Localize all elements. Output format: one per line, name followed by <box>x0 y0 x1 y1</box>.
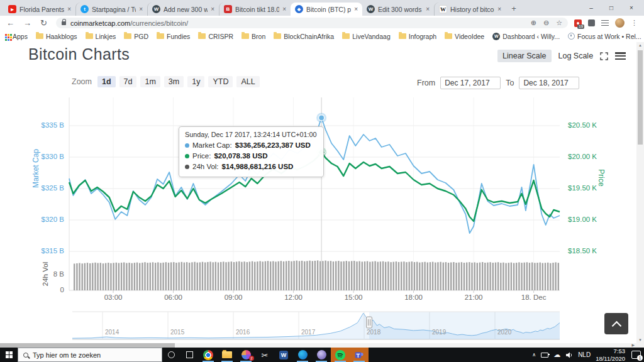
explorer-taskbar-icon[interactable] <box>218 348 236 362</box>
task-view-button[interactable] <box>180 348 199 362</box>
tab-4[interactable]: Bitcoin tikt 18.000 doll× <box>219 3 291 16</box>
folder-icon <box>342 33 350 39</box>
y-axis-label-volume: 0 <box>34 286 64 293</box>
close-button[interactable]: × <box>621 0 641 16</box>
tab-2[interactable]: Startpagina / Twitter× <box>75 3 147 16</box>
tab-close-icon[interactable]: × <box>211 6 214 13</box>
action-center-icon[interactable]: 1 <box>631 351 641 359</box>
bookmark-crispr[interactable]: CRISPR <box>198 33 233 40</box>
tab-7[interactable]: History of bitcoin - Wik× <box>434 3 506 16</box>
bookmark-blockchainafrika[interactable]: BlockChainAfrika <box>274 33 334 40</box>
tab-6[interactable]: Edit 300 words post ‹ V× <box>362 3 434 16</box>
bookmark-livevandaag[interactable]: LiveVandaag <box>342 33 391 40</box>
bookmark-infograph[interactable]: Infograph <box>399 33 436 40</box>
cortana-button[interactable] <box>162 348 180 362</box>
forward-button[interactable]: → <box>23 18 31 28</box>
colorful-taskbar-icon[interactable]: 2 <box>236 348 255 362</box>
bookmark-focus-at-work-rel-[interactable]: Focus at Work • Rel... <box>568 33 641 40</box>
bookmark-label: Dashboard ‹ Willy... <box>502 33 560 40</box>
vertical-scroll-thumb[interactable] <box>638 50 643 145</box>
y-axis-label-volume: 8 B <box>34 270 64 278</box>
word-taskbar-icon[interactable] <box>274 348 293 362</box>
language-indicator[interactable]: NLD <box>578 351 591 358</box>
reading-list-icon[interactable] <box>601 20 609 26</box>
bookmark-label: BlockChainAfrika <box>284 33 334 40</box>
x-axis-label: 21:00 <box>456 293 491 301</box>
extensions-puzzle-icon[interactable] <box>588 19 595 26</box>
bookmark-dashboard-willy-[interactable]: Dashboard ‹ Willy... <box>492 33 560 40</box>
bookmark-haakblogs[interactable]: Haakblogs <box>36 33 77 40</box>
speaker-icon[interactable] <box>565 352 573 358</box>
adblock-extension-icon[interactable]: 19 <box>574 19 582 27</box>
explorer-icon <box>222 351 232 358</box>
bookmark-apps[interactable]: Apps <box>5 33 28 40</box>
navigator-year-label: 2020 <box>497 329 511 336</box>
spotify-taskbar-icon[interactable] <box>331 348 350 362</box>
tab-close-icon[interactable]: × <box>497 6 501 13</box>
battery-icon[interactable] <box>541 353 548 358</box>
taskbar-search[interactable]: Typ hier om te zoeken <box>18 348 162 362</box>
tab-close-icon[interactable]: × <box>426 6 430 13</box>
teams-taskbar-icon[interactable] <box>350 348 369 362</box>
address-bar[interactable]: coinmarketcap.com/currencies/bitcoin/ ⊕ … <box>56 18 568 28</box>
edge-taskbar-icon[interactable] <box>293 348 312 362</box>
tab-close-icon[interactable]: × <box>67 6 71 13</box>
horizontal-scroll-thumb[interactable] <box>0 343 175 348</box>
y-axis-label-market-cap: $335 B <box>34 121 64 129</box>
navigator-handle[interactable] <box>366 317 372 328</box>
horizontal-scrollbar[interactable]: ▶ <box>0 343 636 348</box>
back-to-top-button[interactable] <box>604 313 628 334</box>
vertical-scrollbar[interactable]: ▲ ▼ <box>636 42 644 348</box>
scroll-right-icon[interactable]: ▶ <box>631 343 635 348</box>
tab-5[interactable]: Bitcoin (BTC) price, mar× <box>291 3 362 16</box>
chrome-taskbar-icon[interactable] <box>199 348 218 362</box>
price-chart[interactable]: $335 B$330 B$325 B$320 B$315 B$20.50 K$2… <box>0 42 644 348</box>
tab-close-icon[interactable]: × <box>139 6 143 13</box>
bookmark-bron[interactable]: Bron <box>242 33 265 40</box>
tab-3[interactable]: Add new 300 words po× <box>147 3 219 16</box>
y-axis-label-price: $20.00 K <box>568 153 597 160</box>
reload-button[interactable]: ↻ <box>40 18 47 28</box>
x-axis-label: 03:00 <box>96 293 131 301</box>
x-axis-label: 06:00 <box>156 293 191 301</box>
coinmarketcap-page: Bitcoin Charts Linear Scale Log Scale Zo… <box>0 42 644 348</box>
x-axis-label: 12:00 <box>276 293 311 301</box>
bookmark-label: VideoIdee <box>455 33 484 40</box>
onedrive-cloud-icon[interactable]: ☁ <box>553 351 560 358</box>
bookmark-star-icon[interactable]: ☆ <box>556 19 562 27</box>
window-controls: – □ × <box>581 0 641 16</box>
zoom-in-icon[interactable]: ⊕ <box>531 19 536 27</box>
profile-avatar[interactable] <box>615 18 625 28</box>
minimize-button[interactable]: – <box>581 0 601 16</box>
bookmark-label: Focus at Work • Rel... <box>577 33 641 40</box>
folder-icon <box>86 33 93 39</box>
hidden-icons-chevron[interactable]: ∧ <box>532 352 536 358</box>
torrent-taskbar-icon[interactable] <box>312 348 331 362</box>
bookmark-linkjes[interactable]: Linkjes <box>86 33 116 40</box>
cortana-icon <box>168 351 175 358</box>
start-button[interactable] <box>0 348 18 362</box>
navigator-year-label: 2015 <box>170 329 184 336</box>
new-tab-button[interactable]: + <box>506 2 522 15</box>
x-axis-label: 15:00 <box>336 293 371 301</box>
scroll-down-icon[interactable]: ▼ <box>636 338 644 342</box>
tab-1[interactable]: Florida Parents Struggl× <box>4 3 75 16</box>
wp-icon <box>492 33 500 40</box>
bookmark-videoidee[interactable]: VideoIdee <box>445 33 484 40</box>
bookmark-pgd[interactable]: PGD <box>124 33 148 40</box>
bookmark-fundies[interactable]: Fundies <box>157 33 190 40</box>
snip-taskbar-icon[interactable] <box>255 348 274 362</box>
tab-title: Edit 300 words post ‹ V <box>378 6 423 13</box>
bookmark-label: LiveVandaag <box>352 33 391 40</box>
maximize-button[interactable]: □ <box>601 0 621 16</box>
tab-close-icon[interactable]: × <box>354 6 358 13</box>
zoom-out-icon[interactable]: ⊖ <box>543 19 549 27</box>
scroll-up-icon[interactable]: ▲ <box>636 43 644 47</box>
back-button[interactable]: ← <box>6 18 14 28</box>
folder-icon <box>36 33 43 39</box>
tab-title: Add new 300 words po <box>164 6 208 13</box>
taskbar-clock[interactable]: 7:53 18/11/2020 <box>596 348 625 362</box>
search-icon <box>23 353 28 358</box>
tab-close-icon[interactable]: × <box>282 6 286 13</box>
chrome-menu-icon[interactable]: ⋮ <box>631 19 638 27</box>
